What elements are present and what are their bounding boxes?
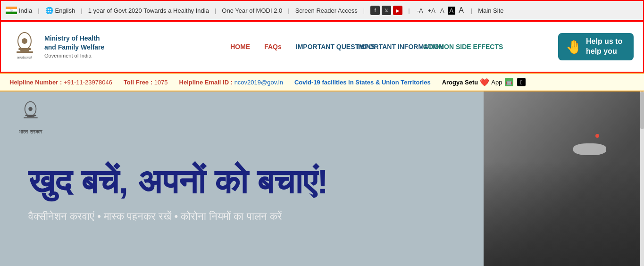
person-silhouette: [484, 91, 644, 266]
svg-rect-8: [20, 50, 29, 51]
svg-rect-9: [17, 51, 33, 53]
svg-text:सत्यमेव जयते: सत्यमेव जयते: [16, 56, 33, 60]
divider-6: |: [408, 7, 410, 14]
help-btn-text: Help us to help you: [586, 37, 622, 57]
apple-icon[interactable]: : [517, 78, 526, 86]
tollfree-label: Toll Free :: [124, 79, 152, 86]
email-value[interactable]: ncov2019@gov.in: [234, 79, 283, 86]
emblem-icon: सत्यमेव जयते: [12, 32, 38, 62]
divider-3: |: [215, 7, 216, 14]
twitter-icon[interactable]: 𝕏: [382, 6, 391, 15]
bindi-dot: [595, 134, 599, 138]
divider-1: |: [38, 7, 39, 14]
ministry-name-line2: and Family Welfare: [44, 43, 104, 52]
divider-7: |: [471, 7, 472, 14]
divider-2: |: [81, 7, 82, 14]
logo-area: सत्यमेव जयते Ministry of Health and Fami…: [10, 30, 142, 63]
svg-point-4: [11, 10, 12, 11]
svg-rect-14: [27, 116, 34, 117]
font-normal-btn[interactable]: A: [439, 7, 446, 15]
nav-bar: सत्यमेव जयते Ministry of Health and Fami…: [0, 21, 644, 73]
svg-rect-7: [18, 48, 31, 50]
globe-icon: 🌐: [45, 7, 53, 14]
main-site-label: Main Site: [478, 7, 503, 14]
modi-link-label: One Year of MODI 2.0: [222, 7, 282, 14]
nav-side-effects[interactable]: COMMON SIDE EFFECTS: [423, 43, 470, 50]
svg-rect-2: [6, 12, 17, 14]
country-label: India: [19, 7, 32, 14]
android-icon[interactable]: 🤖: [505, 78, 513, 86]
email-label: Helpline Email ID :: [179, 79, 233, 86]
govt-link[interactable]: 1 year of Govt 2020 Towards a Healthy In…: [88, 7, 209, 14]
modi-link[interactable]: One Year of MODI 2.0: [222, 7, 282, 14]
country-selector[interactable]: India: [6, 7, 32, 14]
svg-point-6: [22, 38, 27, 44]
font-size-controls: -A +A A A A: [416, 6, 465, 15]
app-label: App: [491, 79, 502, 86]
nav-home[interactable]: HOME: [230, 43, 250, 50]
tollfree-number: 1075: [154, 79, 168, 86]
main-site-link[interactable]: Main Site: [478, 7, 503, 14]
covid-facilities-label[interactable]: Covid-19 facilities in States & Union Te…: [294, 79, 431, 86]
govt-india-label: Government of India: [44, 52, 104, 59]
help-us-button[interactable]: 🤚 Help us to help you: [558, 33, 634, 60]
divider-5: |: [363, 7, 365, 14]
facebook-icon[interactable]: f: [370, 6, 380, 15]
ministry-text: Ministry of Health and Family Welfare Go…: [44, 34, 104, 60]
nav-links: HOME FAQs IMPORTANT QUESTIONS IMPORTANT …: [142, 43, 558, 50]
nav-faqs[interactable]: FAQs: [264, 43, 282, 50]
arogya-setu-item[interactable]: Arogya Setu ❤️ App 🤖 : [442, 78, 527, 87]
govt-link-label: 1 year of Govt 2020 Towards a Healthy In…: [88, 7, 209, 14]
hero-person-image: [484, 91, 644, 266]
bharat-sarkar-emblem: [19, 101, 42, 127]
help-line1: Help us to: [586, 37, 622, 47]
svg-rect-0: [6, 7, 17, 9]
hero-sub-text: वैक्सीनेशन करवाएं • मास्क पहनकर रखें • क…: [28, 210, 328, 223]
helpline-item: Helpline Number : +91-11-23978046: [9, 79, 112, 86]
top-bar: India | 🌐 English | 1 year of Govt 2020 …: [0, 0, 644, 21]
india-flag-icon: [6, 7, 17, 14]
screen-reader-link[interactable]: Screen Reader Access: [295, 7, 358, 14]
info-bar: Helpline Number : +91-11-23978046 Toll F…: [0, 73, 644, 91]
font-highlighted-btn[interactable]: A: [448, 7, 456, 15]
arogya-setu-label: Arogya Setu: [442, 79, 478, 86]
hero-main-text: खुद बचें, अपनों को बचाएं!: [28, 163, 328, 200]
hero-section: भारत सरकार खुद बचें, अपनों को बचाएं! वैक…: [0, 91, 644, 266]
youtube-icon[interactable]: ▶: [393, 6, 402, 15]
font-increase-btn[interactable]: +A: [427, 7, 437, 15]
social-icons: f 𝕏 ▶: [370, 6, 402, 15]
hero-content: खुद बचें, अपनों को बचाएं! वैक्सीनेशन करव…: [28, 135, 328, 222]
help-line2: help you: [586, 47, 622, 57]
divider-4: |: [288, 7, 289, 14]
svg-rect-13: [25, 115, 36, 116]
scrollbar[interactable]: [640, 91, 644, 266]
scrollbar-thumb[interactable]: [640, 91, 644, 129]
ministry-emblem: सत्यमेव जयते: [10, 30, 39, 63]
hand-icon: 🤚: [566, 39, 582, 55]
helpline-label: Helpline Number :: [9, 79, 62, 86]
font-decrease-btn[interactable]: -A: [416, 7, 425, 15]
svg-rect-15: [24, 117, 38, 118]
language-selector[interactable]: 🌐 English: [45, 7, 75, 14]
language-label: English: [55, 7, 75, 14]
bharat-sarkar-text: भारत सरकार: [19, 129, 42, 135]
bharat-sarkar-logo: भारत सरकार: [19, 101, 42, 135]
screen-reader-label: Screen Reader Access: [295, 7, 358, 14]
email-item: Helpline Email ID : ncov2019@gov.in: [179, 79, 283, 86]
nav-important-questions[interactable]: IMPORTANT QUESTIONS: [296, 43, 343, 50]
heart-icon: ❤️: [480, 78, 489, 87]
helpline-number: +91-11-23978046: [64, 79, 112, 86]
nav-important-information[interactable]: IMPORTANT INFORMATION: [357, 43, 409, 50]
ministry-name-line1: Ministry of Health: [44, 34, 104, 43]
svg-point-12: [28, 107, 32, 111]
font-large-btn[interactable]: A: [457, 6, 465, 15]
tollfree-item: Toll Free : 1075: [124, 79, 168, 86]
covid-facilities-item[interactable]: Covid-19 facilities in States & Union Te…: [294, 79, 431, 86]
